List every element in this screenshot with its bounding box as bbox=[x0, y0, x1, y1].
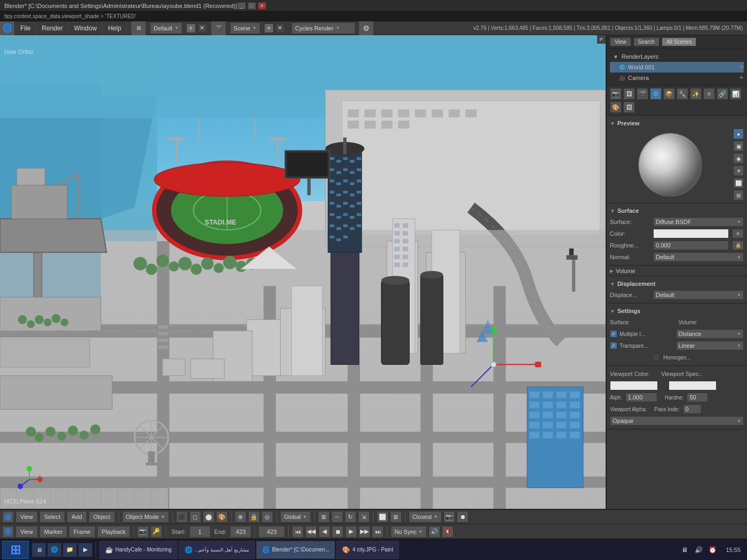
current-frame[interactable]: 423 bbox=[258, 526, 285, 538]
rotate-icon[interactable]: ↻ bbox=[345, 511, 356, 523]
view-btn2[interactable]: View bbox=[15, 526, 38, 538]
marker-btn[interactable]: Marker bbox=[39, 526, 67, 538]
workspace-icon[interactable]: ⊞ bbox=[131, 21, 146, 35]
viewport-expand-btn[interactable]: ◤ bbox=[597, 35, 606, 44]
scale-icon[interactable]: ⇲ bbox=[358, 511, 370, 523]
surface-header[interactable]: ▼ Surface bbox=[610, 205, 744, 216]
maximize-btn[interactable]: □ bbox=[248, 2, 256, 10]
preview-bg-btn[interactable]: ⬜ bbox=[733, 178, 744, 188]
sync-dropdown[interactable]: No Sync ▼ bbox=[391, 526, 427, 538]
view-menu-btn[interactable]: View bbox=[15, 511, 38, 523]
anim-key-icon[interactable]: 🔑 bbox=[150, 526, 162, 538]
3d-viewport[interactable]: ◤ User Ortho bbox=[0, 35, 606, 509]
preview-header[interactable]: ▼ Preview bbox=[610, 118, 744, 129]
record-icon[interactable]: ⏺ bbox=[457, 511, 468, 523]
folder-icon[interactable]: 📁 bbox=[63, 543, 77, 557]
workspace-close-btn[interactable]: ✕ bbox=[197, 23, 207, 33]
scene-add-btn[interactable]: + bbox=[264, 23, 274, 33]
hardness-value[interactable]: 50 bbox=[687, 393, 708, 402]
pass-index-value[interactable]: 0 bbox=[683, 404, 702, 414]
end-value[interactable]: 423 bbox=[230, 526, 251, 538]
menu-help[interactable]: Help bbox=[102, 21, 127, 35]
snap-icon[interactable]: 🔒 bbox=[248, 511, 260, 523]
viewport-solid-icon[interactable]: ⬤ bbox=[203, 511, 214, 523]
add-menu-btn[interactable]: Add bbox=[67, 511, 87, 523]
preview-env-btn[interactable]: ◉ bbox=[733, 153, 744, 164]
select-menu-btn[interactable]: Select bbox=[39, 511, 66, 523]
object-tool-btn[interactable]: 📦 bbox=[663, 88, 675, 100]
render-layers-item[interactable]: ▼ RenderLayers bbox=[610, 51, 744, 62]
preview-plane-btn[interactable]: ▣ bbox=[733, 141, 744, 151]
step-back-btn[interactable]: ◀◀ bbox=[305, 526, 317, 538]
layer-icon[interactable]: ⊞ bbox=[390, 511, 402, 523]
manipulator-icon[interactable]: ⊞ bbox=[318, 511, 330, 523]
preview-light-btn[interactable]: ☀ bbox=[733, 165, 744, 176]
start-button[interactable]: ⊞ bbox=[2, 541, 29, 559]
workspace-add-btn[interactable]: + bbox=[186, 23, 196, 33]
all-scenes-btn[interactable]: All Scenes bbox=[662, 37, 696, 46]
blender-icon[interactable]: 🌀 bbox=[0, 21, 15, 35]
object-menu-btn[interactable]: Object bbox=[89, 511, 115, 523]
taskbar-arabic[interactable]: 🌐 مشاريع أهل النسبة وآخم... bbox=[179, 541, 255, 559]
start-value[interactable]: 1 bbox=[189, 526, 211, 538]
particles-tool-btn[interactable]: ✨ bbox=[690, 88, 702, 100]
play-btn[interactable]: ▶ bbox=[345, 526, 357, 538]
opaque-dropdown[interactable]: Opaque ▼ bbox=[610, 416, 744, 426]
media-icon[interactable]: ▶ bbox=[78, 543, 92, 557]
texture-tool-btn[interactable]: 🖼 bbox=[623, 101, 635, 113]
timeline-icon[interactable]: 🌀 bbox=[2, 526, 14, 538]
engine-selector[interactable]: Cycles Render ▼ bbox=[291, 22, 355, 34]
move-icon[interactable]: ↔ bbox=[331, 511, 343, 523]
play-back-btn[interactable]: ◀ bbox=[319, 526, 330, 538]
audio-icon[interactable]: 🔊 bbox=[428, 526, 440, 538]
homogeneous-checkbox[interactable] bbox=[653, 354, 660, 361]
color-swatch[interactable] bbox=[653, 229, 729, 238]
alpha-value[interactable]: 1.000 bbox=[625, 393, 657, 402]
displacement-header[interactable]: ▼ Displacement bbox=[610, 278, 744, 289]
desktop-icon[interactable]: 🖥 bbox=[32, 543, 46, 557]
menu-render[interactable]: Render bbox=[36, 21, 68, 35]
scene-selector[interactable]: Scene ▼ bbox=[230, 22, 260, 34]
volume-section-header[interactable]: ▶ Volume bbox=[607, 266, 747, 276]
closest-dropdown[interactable]: Closest ▼ bbox=[409, 511, 442, 523]
preview-grid-btn[interactable]: ⊞ bbox=[733, 190, 744, 201]
modifier-tool-btn[interactable]: 🔧 bbox=[677, 88, 688, 100]
constraints-tool-btn[interactable]: 🔗 bbox=[717, 88, 728, 100]
select-all-icon[interactable]: ⬜ bbox=[377, 511, 388, 523]
normal-dropdown[interactable]: Default ▼ bbox=[653, 252, 744, 262]
proportional-icon[interactable]: ◎ bbox=[261, 511, 273, 523]
view-btn[interactable]: View bbox=[610, 37, 631, 46]
minimize-btn[interactable]: _ bbox=[237, 2, 246, 10]
menu-window[interactable]: Window bbox=[69, 21, 103, 35]
jump-end-btn[interactable]: ⏭ bbox=[372, 526, 384, 538]
bottom-scene-icon[interactable]: 🌀 bbox=[2, 511, 14, 523]
transparent-checkbox[interactable]: ✓ bbox=[610, 342, 617, 349]
taskbar-blender[interactable]: 🌀 Blender* [C:\Documen... bbox=[256, 541, 336, 559]
material-tool-btn[interactable]: 🎨 bbox=[610, 101, 622, 113]
render-tool-btn[interactable]: 🖼 bbox=[623, 88, 635, 100]
mute-icon[interactable]: 🔇 bbox=[442, 526, 454, 538]
anim-icon[interactable]: 📷 bbox=[137, 526, 149, 538]
scene-icon[interactable]: 🎬 bbox=[211, 21, 226, 35]
network-icon[interactable]: 🖥 bbox=[679, 544, 690, 556]
frame-btn[interactable]: Frame bbox=[69, 526, 96, 538]
taskbar-paint[interactable]: 🎨 4 city.JPG - Paint bbox=[336, 541, 399, 559]
taskbar-handycafe[interactable]: ☕ HandyCafe - Monitoring bbox=[99, 541, 178, 559]
surface-dropdown[interactable]: Diffuse BSDF ▼ bbox=[653, 217, 744, 227]
color-expand-btn[interactable]: ≡ bbox=[732, 229, 744, 238]
ie-icon[interactable]: 🌐 bbox=[47, 543, 61, 557]
scene-close-btn[interactable]: ✕ bbox=[275, 23, 285, 33]
step-fwd-btn[interactable]: ▶▶ bbox=[359, 526, 370, 538]
sound-icon[interactable]: 🔊 bbox=[693, 544, 704, 556]
world-tool-btn[interactable] bbox=[650, 88, 662, 100]
displacement-dropdown[interactable]: Default ▼ bbox=[653, 290, 744, 300]
camera-item[interactable]: 🎥 Camera 👁 bbox=[610, 73, 744, 83]
preview-sphere-btn[interactable]: ● bbox=[733, 129, 744, 139]
search-btn[interactable]: Search bbox=[633, 37, 660, 46]
clock-tray-icon[interactable]: ⏰ bbox=[706, 544, 718, 556]
settings-header[interactable]: ▼ Settings bbox=[610, 306, 744, 316]
volume-dropdown[interactable]: Distance ▼ bbox=[676, 329, 744, 339]
roughness-lock-btn[interactable]: 🔒 bbox=[732, 241, 744, 250]
jump-start-btn[interactable]: ⏮ bbox=[292, 526, 304, 538]
pivot-icon[interactable]: ⊕ bbox=[235, 511, 247, 523]
